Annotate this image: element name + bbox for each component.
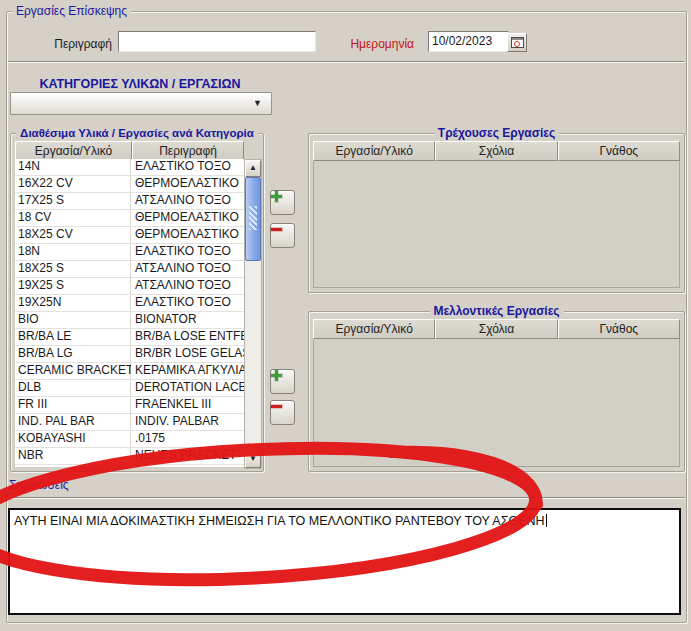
text-caret [546, 514, 547, 527]
categories-combobox[interactable]: ▼ [10, 92, 272, 115]
date-label: Ημερομηνία [330, 37, 414, 51]
table-cell: ΑΤΣΑΛΙΝΟ ΤΟΞΟ [131, 261, 244, 277]
table-row[interactable]: 17X25 SΑΤΣΑΛΙΝΟ ΤΟΞΟ [15, 193, 244, 210]
table-cell: 18X25 S [15, 261, 131, 277]
future-jobs-table [313, 319, 680, 467]
table-cell: OVERLAY [15, 465, 131, 467]
calendar-icon [511, 37, 524, 48]
table-cell: ΑΤΣΑΛΙΝΟ ΤΟΞΟ [131, 193, 244, 209]
table-cell: NEUES BRACKET [131, 448, 244, 464]
table-cell: 14N [15, 159, 131, 175]
available-materials-title: Διαθέσιμα Υλικά / Εργασίες ανά Κατηγορία [16, 126, 258, 140]
table-row[interactable]: CERAMIC BRACKETSΚΕΡΑΜΙΚΑ ΑΓΚΥΛΙΑ [15, 363, 244, 380]
description-label: Περιγραφή [28, 37, 112, 51]
table-cell: 18N [15, 244, 131, 260]
scrollbar-thumb[interactable] [245, 177, 261, 261]
table-cell: 16X22 CV [15, 176, 131, 192]
table-cell: DEROTATION LACE... [131, 380, 244, 396]
table-row[interactable]: NBRNEUES BRACKET [15, 448, 244, 465]
table-cell: BIONATOR [131, 312, 244, 328]
table-cell: NBR [15, 448, 131, 464]
table-row[interactable]: IND. PAL BARINDIV. PALBAR [15, 414, 244, 431]
notes-separator [7, 497, 685, 499]
description-input[interactable] [118, 31, 316, 52]
table-row[interactable]: 14NΕΛΑΣΤΙΚΟ ΤΟΞΟ [15, 159, 244, 176]
table-row[interactable]: 18X25 CVΘΕΡΜΟΕΛΑΣΤΙΚΟ [15, 227, 244, 244]
table-cell: 18X25 CV [15, 227, 131, 243]
table-cell: ΘΕΡΜΟΕΛΑΣΤΙΚΟ [131, 227, 244, 243]
available-table-header: Εργασία/ΥλικόΠεριγραφή [15, 141, 244, 161]
table-cell: BR/BA LOSE ENTFE... [131, 329, 244, 345]
table-cell: ΑΤΣΑΛΙΝΟ ΤΟΞΟ [131, 278, 244, 294]
table-cell: ΕΛΑΣΤΙΚΟ ΤΟΞΟ [131, 159, 244, 175]
notes-label: Σημειώσεις [9, 478, 69, 492]
table-row[interactable]: 18NΕΛΑΣΤΙΚΟ ΤΟΞΟ [15, 244, 244, 261]
table-row[interactable]: BR/BA LEBR/BA LOSE ENTFE... [15, 329, 244, 346]
scroll-down-icon: ▼ [249, 454, 257, 463]
table-cell: INDIV. PALBAR [131, 414, 244, 430]
table-cell: ΚΕΡΑΜΙΚΑ ΑΓΚΥΛΙΑ [131, 363, 244, 379]
table-row[interactable]: 19X25 SΑΤΣΑΛΙΝΟ ΤΟΞΟ [15, 278, 244, 295]
date-picker-button[interactable] [507, 33, 527, 52]
remove-future-job-button[interactable] [270, 400, 295, 425]
table-cell: BIO [15, 312, 131, 328]
add-future-job-button[interactable] [270, 369, 295, 394]
table-cell: ΕΛΑΣΤΙΚΟ ΤΟΞΟ [131, 295, 244, 311]
table-cell: FRAENKEL III [131, 397, 244, 413]
column-header[interactable]: Σχόλια [435, 141, 557, 161]
future-jobs-groupbox: Μελλοντικές Εργασίες Εργασία/ΥλικόΣχόλια… [308, 311, 685, 472]
table-row[interactable]: BR/BA LGBR/BR LOSE GELAS... [15, 346, 244, 363]
current-jobs-table [313, 141, 680, 288]
table-row[interactable]: BIOBIONATOR [15, 312, 244, 329]
table-row[interactable]: DLBDEROTATION LACE... [15, 380, 244, 397]
column-header[interactable]: Σχόλια [435, 319, 557, 339]
table-row[interactable]: FR IIIFRAENKEL III [15, 397, 244, 414]
table-cell: IND. PAL BAR [15, 414, 131, 430]
table-cell: KOBAYASHI [15, 431, 131, 447]
date-input[interactable]: 10/02/2023 [428, 31, 509, 52]
column-header[interactable]: Εργασία/Υλικό [15, 141, 132, 161]
table-cell: ΘΕΡΜΟΕΛΑΣΤΙΚΟ [131, 210, 244, 226]
table-cell: ΕΛΑΣΤΙΚΟ ΤΟΞΟ [131, 244, 244, 260]
column-header[interactable]: Γνάθος [558, 141, 680, 161]
available-table-scrollbar[interactable]: ▲ ▼ [244, 159, 262, 469]
current-jobs-table-header: Εργασία/ΥλικόΣχόλιαΓνάθος [313, 141, 680, 161]
visit-jobs-group-title: Εργασίες Επίσκεψης [12, 4, 131, 18]
remove-current-job-button[interactable] [270, 223, 295, 248]
notes-text: ΑΥΤΗ ΕΙΝΑΙ ΜΙΑ ΔΟΚΙΜΑΣΤΙΚΗ ΣΗΜΕΙΩΣΗ ΓΙΑ … [14, 514, 545, 528]
scroll-up-button[interactable]: ▲ [245, 160, 261, 177]
table-cell: 18 CV [15, 210, 131, 226]
table-cell: BR/BR LOSE GELAS... [131, 346, 244, 362]
table-row[interactable]: 19X25NΕΛΑΣΤΙΚΟ ΤΟΞΟ [15, 295, 244, 312]
future-jobs-table-header: Εργασία/ΥλικόΣχόλιαΓνάθος [313, 319, 680, 339]
table-row[interactable]: 18 CVΘΕΡΜΟΕΛΑΣΤΙΚΟ [15, 210, 244, 227]
table-row[interactable]: OVERLAY1.0 [15, 465, 244, 467]
table-cell: 19X25N [15, 295, 131, 311]
table-cell: 19X25 S [15, 278, 131, 294]
categories-label: ΚΑΤΗΓΟΡΙΕΣ ΥΛΙΚΩΝ / ΕΡΓΑΣΙΩΝ [10, 77, 270, 91]
table-cell: .0175 [131, 431, 244, 447]
scroll-down-button[interactable]: ▼ [245, 451, 261, 468]
future-jobs-title: Μελλοντικές Εργασίες [429, 304, 563, 318]
column-header[interactable]: Εργασία/Υλικό [313, 319, 435, 339]
table-row[interactable]: 18X25 SΑΤΣΑΛΙΝΟ ΤΟΞΟ [15, 261, 244, 278]
table-cell: BR/BA LG [15, 346, 131, 362]
visit-jobs-window: { "colors": { "window_bg": "#d5d1c8", "p… [0, 0, 691, 631]
column-header[interactable]: Περιγραφή [132, 141, 244, 161]
table-cell: 17X25 S [15, 193, 131, 209]
available-table: 14NΕΛΑΣΤΙΚΟ ΤΟΞΟ16X22 CVΘΕΡΜΟΕΛΑΣΤΙΚΟ17X… [15, 159, 244, 467]
table-row[interactable]: 16X22 CVΘΕΡΜΟΕΛΑΣΤΙΚΟ [15, 176, 244, 193]
current-jobs-title: Τρέχουσες Εργασίες [434, 126, 559, 140]
table-cell: 1.0 [131, 465, 244, 467]
top-separator [8, 61, 684, 63]
table-cell: BR/BA LE [15, 329, 131, 345]
column-header[interactable]: Γνάθος [558, 319, 680, 339]
table-row[interactable]: KOBAYASHI.0175 [15, 431, 244, 448]
notes-textarea[interactable]: ΑΥΤΗ ΕΙΝΑΙ ΜΙΑ ΔΟΚΙΜΑΣΤΙΚΗ ΣΗΜΕΙΩΣΗ ΓΙΑ … [8, 508, 681, 615]
column-header[interactable]: Εργασία/Υλικό [313, 141, 435, 161]
add-current-job-button[interactable] [270, 190, 295, 215]
chevron-down-icon: ▼ [253, 99, 262, 108]
scroll-up-icon: ▲ [249, 163, 257, 172]
table-cell: CERAMIC BRACKETS [15, 363, 131, 379]
current-jobs-groupbox: Τρέχουσες Εργασίες Εργασία/ΥλικόΣχόλιαΓν… [308, 133, 685, 293]
